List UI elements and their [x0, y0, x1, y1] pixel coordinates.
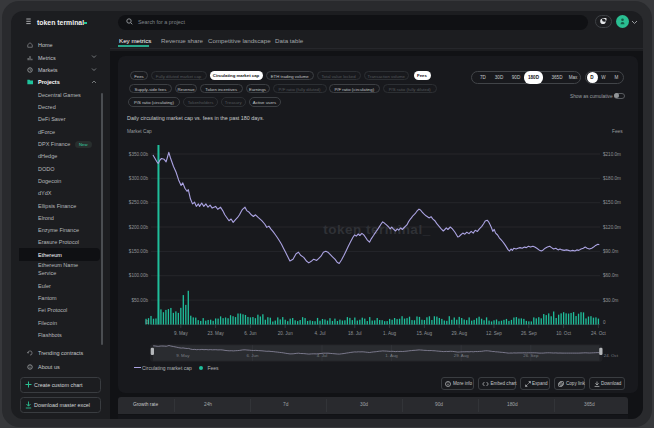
svg-text:0: 0	[603, 320, 606, 325]
svg-text:$50.00b: $50.00b	[131, 298, 148, 303]
svg-text:26. Sep: 26. Sep	[523, 353, 539, 358]
svg-text:$250.00b: $250.00b	[129, 200, 149, 205]
svg-text:15. Aug: 15. Aug	[417, 331, 433, 336]
svg-text:$60.0m: $60.0m	[603, 273, 618, 278]
svg-text:$120.0m: $120.0m	[603, 225, 621, 230]
svg-text:$100.00b: $100.00b	[129, 273, 149, 278]
svg-text:10. Oct: 10. Oct	[556, 331, 572, 336]
svg-text:$180.0m: $180.0m	[603, 176, 621, 181]
svg-text:$350.00b: $350.00b	[129, 152, 149, 157]
svg-text:$210.0m: $210.0m	[603, 152, 621, 157]
svg-text:24. Oct: 24. Oct	[604, 353, 619, 358]
svg-text:$150.00b: $150.00b	[129, 249, 149, 254]
svg-text:$30.0m: $30.0m	[603, 298, 618, 303]
svg-text:12. Sep: 12. Sep	[486, 331, 502, 336]
svg-text:4. Jul: 4. Jul	[315, 331, 326, 336]
svg-text:26. Sep: 26. Sep	[521, 331, 537, 336]
svg-text:20. Jun: 20. Jun	[278, 331, 294, 336]
svg-text:18. Jul: 18. Jul	[348, 331, 362, 336]
svg-text:$150.0m: $150.0m	[603, 200, 621, 205]
svg-text:$90.0m: $90.0m	[603, 249, 618, 254]
svg-text:6. Jun: 6. Jun	[244, 331, 257, 336]
svg-text:29. Aug: 29. Aug	[451, 331, 467, 336]
svg-text:24. Oct: 24. Oct	[591, 331, 607, 336]
svg-text:9. May: 9. May	[176, 353, 190, 358]
svg-text:0: 0	[145, 320, 148, 325]
svg-text:$300.00b: $300.00b	[129, 176, 149, 181]
svg-text:$200.00b: $200.00b	[129, 225, 149, 230]
svg-text:23. May: 23. May	[207, 331, 224, 336]
svg-text:6. Jun: 6. Jun	[246, 353, 259, 358]
svg-text:1. Aug: 1. Aug	[383, 331, 396, 336]
svg-text:9. May: 9. May	[174, 331, 188, 336]
svg-text:1. Aug: 1. Aug	[385, 353, 398, 358]
svg-text:29. Aug: 29. Aug	[454, 353, 469, 358]
